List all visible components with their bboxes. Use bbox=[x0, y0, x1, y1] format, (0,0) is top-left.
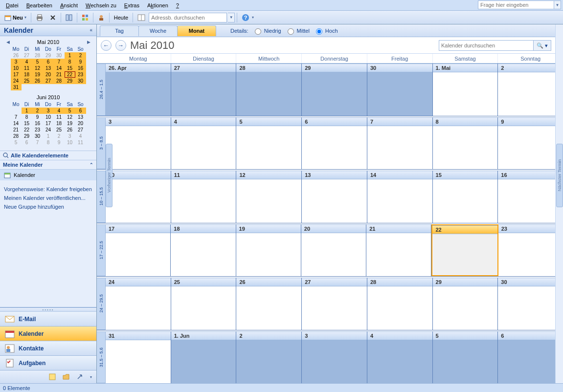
day-body[interactable] bbox=[171, 126, 236, 170]
dp-day[interactable]: 24 bbox=[11, 78, 22, 84]
dp-day[interactable]: 29 bbox=[43, 52, 54, 59]
day-cell[interactable]: 28 bbox=[236, 64, 302, 116]
day-body[interactable] bbox=[106, 340, 171, 384]
day-body[interactable] bbox=[433, 72, 498, 116]
dp-day[interactable]: 1 bbox=[65, 52, 75, 59]
day-cell[interactable]: 12 bbox=[236, 171, 302, 223]
nav-calendar[interactable]: Kalender bbox=[0, 327, 96, 341]
dp-day[interactable]: 6 bbox=[22, 139, 32, 146]
dp-day[interactable]: 8 bbox=[43, 139, 54, 146]
day-body[interactable] bbox=[171, 72, 236, 116]
day-cell[interactable]: 2 bbox=[236, 331, 302, 384]
week-label[interactable]: 17 – 22.5 bbox=[97, 224, 106, 277]
dp-day[interactable]: 11 bbox=[22, 65, 32, 71]
day-cell[interactable]: 30 bbox=[498, 278, 563, 330]
day-body[interactable] bbox=[236, 126, 301, 170]
dp-day[interactable]: 16 bbox=[75, 65, 86, 71]
menu-wechselnzu[interactable]: Wechseln zu bbox=[82, 0, 120, 10]
detail-low[interactable]: Niedrig bbox=[252, 27, 281, 35]
day-cell[interactable]: 11 bbox=[171, 171, 237, 223]
menu-bearbeiten[interactable]: Bearbeiten bbox=[23, 0, 56, 10]
dp-day[interactable]: 25 bbox=[22, 78, 32, 84]
delete-button[interactable] bbox=[47, 12, 59, 23]
dp-next[interactable]: ▶ bbox=[86, 40, 91, 44]
dp-day[interactable]: 26 bbox=[32, 78, 43, 84]
tab-month[interactable]: Monat bbox=[177, 25, 216, 36]
day-body[interactable] bbox=[171, 340, 236, 384]
dp-prev[interactable]: ◀ bbox=[5, 40, 11, 44]
menu-datei[interactable]: Datei bbox=[2, 0, 23, 10]
dp-day[interactable]: 7 bbox=[11, 114, 22, 120]
link-share-howto[interactable]: Vorgehensweise: Kalender freigeben bbox=[4, 186, 92, 192]
day-cell[interactable]: 3 bbox=[106, 117, 171, 170]
addressbook-search-input[interactable] bbox=[149, 13, 227, 22]
dp-day[interactable]: 10 bbox=[65, 139, 75, 146]
day-body[interactable] bbox=[236, 179, 301, 223]
link-publish[interactable]: Meinen Kalender veröffentlichen... bbox=[4, 195, 92, 201]
new-button[interactable]: Neu ▾ bbox=[2, 12, 29, 23]
dp-day[interactable]: 15 bbox=[65, 65, 75, 71]
dp-day[interactable]: 5 bbox=[11, 139, 22, 146]
dp-day[interactable]: 1 bbox=[22, 108, 32, 114]
menu-extras[interactable]: Extras bbox=[120, 0, 143, 10]
day-body[interactable] bbox=[171, 179, 236, 223]
week-label[interactable]: 24 – 29.5 bbox=[97, 278, 106, 330]
day-cell[interactable]: 3 bbox=[302, 331, 367, 384]
dp-day[interactable]: 17 bbox=[11, 71, 22, 78]
dp-day[interactable] bbox=[75, 84, 86, 90]
calendar-search-btn[interactable]: 🔍 ▾ bbox=[534, 40, 551, 51]
dp-day[interactable] bbox=[22, 84, 32, 90]
day-cell[interactable]: 16 bbox=[498, 171, 563, 223]
day-cell[interactable]: 8 bbox=[433, 117, 498, 170]
day-cell[interactable]: 19 bbox=[236, 224, 301, 277]
dp-day[interactable]: 2 bbox=[32, 108, 43, 114]
link-new-group[interactable]: Neue Gruppe hinzufügen bbox=[4, 204, 92, 210]
day-body[interactable] bbox=[433, 340, 498, 384]
day-body[interactable] bbox=[498, 233, 563, 277]
dp-day[interactable]: 25 bbox=[54, 127, 65, 133]
dp-day[interactable]: 2 bbox=[75, 52, 86, 59]
day-cell[interactable]: 9 bbox=[498, 117, 563, 170]
dp-day[interactable] bbox=[54, 84, 65, 90]
dp-day[interactable]: 7 bbox=[32, 139, 43, 146]
day-cell[interactable]: 21 bbox=[366, 224, 431, 277]
dp-day[interactable]: 14 bbox=[11, 120, 22, 127]
day-cell[interactable]: 5 bbox=[433, 331, 498, 384]
day-body[interactable] bbox=[498, 286, 563, 330]
day-body[interactable] bbox=[433, 126, 498, 170]
day-cell[interactable]: 4 bbox=[171, 117, 237, 170]
dp-day[interactable]: 5 bbox=[65, 108, 75, 114]
day-body[interactable] bbox=[432, 234, 497, 276]
day-cell[interactable]: 20 bbox=[301, 224, 366, 277]
day-body[interactable] bbox=[106, 286, 171, 330]
day-cell[interactable]: 14 bbox=[367, 171, 433, 223]
dp-day[interactable]: 21 bbox=[54, 71, 65, 78]
day-cell[interactable]: 7 bbox=[367, 117, 433, 170]
next-appointment-handle[interactable]: Nächster Termin bbox=[556, 144, 563, 207]
nav-contacts[interactable]: Kontakte bbox=[0, 341, 96, 356]
all-calendar-items[interactable]: Alle Kalenderelemente bbox=[0, 151, 96, 160]
dp-day[interactable]: 9 bbox=[32, 114, 43, 120]
dp-day[interactable]: 21 bbox=[11, 127, 22, 133]
shortcuts-button[interactable] bbox=[74, 371, 86, 382]
dp-day[interactable]: 7 bbox=[54, 59, 65, 65]
dp-day[interactable]: 10 bbox=[43, 114, 54, 120]
day-cell[interactable]: 26 bbox=[236, 278, 302, 330]
day-body[interactable] bbox=[302, 179, 367, 223]
day-body[interactable] bbox=[302, 72, 367, 116]
my-calendars-header[interactable]: Meine Kalender⌃ bbox=[0, 160, 96, 170]
categorize-button[interactable] bbox=[79, 12, 91, 23]
dp-day[interactable]: 26 bbox=[11, 52, 22, 59]
tab-day[interactable]: Tag bbox=[100, 25, 139, 36]
week-label[interactable]: 3 – 8.5 bbox=[97, 117, 106, 170]
dp-day[interactable]: 27 bbox=[43, 78, 54, 84]
dp-day[interactable]: 1 bbox=[43, 133, 54, 139]
dp-day[interactable]: 19 bbox=[65, 120, 75, 127]
dp-day[interactable]: 11 bbox=[75, 139, 86, 146]
day-body[interactable] bbox=[171, 286, 236, 330]
dp-day[interactable]: 30 bbox=[32, 133, 43, 139]
day-cell[interactable]: 18 bbox=[171, 224, 236, 277]
day-body[interactable] bbox=[106, 72, 171, 116]
day-body[interactable] bbox=[498, 179, 563, 223]
dp-day[interactable]: 6 bbox=[75, 108, 86, 114]
